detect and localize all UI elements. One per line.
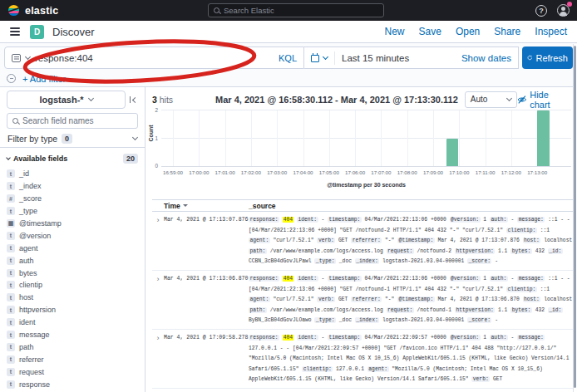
field-item-ident[interactable]: tident [7, 316, 138, 329]
field-item-host[interactable]: thost [7, 292, 138, 304]
source-field-badge: @version: [450, 276, 481, 282]
field-item-referrer[interactable]: treferrer [7, 353, 138, 365]
chevron-down-icon [132, 135, 138, 140]
query-text[interactable]: response:404 [35, 53, 274, 63]
time-range-value[interactable]: Last 15 minutes [342, 53, 409, 63]
gridline [329, 110, 330, 166]
query-input[interactable]: response:404 KQL [4, 47, 304, 69]
share-button[interactable]: Share [494, 26, 520, 37]
date-picker[interactable]: Last 15 minutes Show dates [304, 47, 519, 69]
source-field-badge: @timestamp: [397, 238, 435, 243]
new-button[interactable]: New [385, 26, 405, 37]
field-item-auth[interactable]: tauth [7, 254, 138, 267]
field-type-string-icon: t [7, 207, 15, 215]
field-type-string-icon: t [7, 293, 15, 301]
time-column-header[interactable]: Time [152, 202, 249, 210]
field-name: agent [19, 244, 38, 252]
field-name: message [19, 331, 50, 339]
interval-select[interactable]: Auto [465, 91, 517, 108]
source-field-badge: _id: [548, 248, 563, 254]
field-item-response[interactable]: tresponse [7, 378, 138, 390]
global-search-input[interactable]: Search Elastic [208, 3, 384, 17]
y-axis-tick: 0 [150, 163, 158, 169]
scrollbar-thumb[interactable] [574, 46, 576, 388]
gridline [251, 110, 252, 166]
gridline [407, 110, 408, 166]
histogram-bar[interactable] [537, 110, 550, 166]
table-header: Time _source [152, 200, 577, 212]
field-item-@timestamp[interactable]: ▦@timestamp [7, 218, 138, 230]
chart-plot-area[interactable]: 012 [161, 110, 571, 166]
source-field-badge: _index: [355, 258, 379, 264]
inspect-button[interactable]: Inspect [535, 26, 567, 37]
gridline [161, 110, 571, 110]
gridline [511, 110, 512, 166]
histogram-chart[interactable]: Count 012 @timestamp per 30 seconds 16:5… [152, 109, 577, 197]
field-item-_id[interactable]: t_id [7, 168, 138, 180]
collapse-sidebar-icon[interactable] [130, 96, 138, 104]
source-field-badge: auth: [490, 335, 508, 341]
field-item-_score[interactable]: #_score [7, 193, 138, 205]
index-pattern-select[interactable]: logstash-* [7, 91, 126, 109]
doc-source: response: 404 ident: - timestamp: 04/Mar… [249, 274, 577, 326]
help-icon[interactable]: ? [535, 5, 547, 17]
field-item-@version[interactable]: t@version [7, 229, 138, 242]
chevron-down-icon [6, 155, 11, 160]
source-field-badge: auth: [490, 276, 508, 282]
query-language-button[interactable]: KQL [279, 53, 297, 63]
field-type-string-icon: t [7, 331, 15, 339]
x-axis-tick: 17:13:00 [520, 169, 554, 175]
field-type-string-icon: t [7, 244, 15, 252]
source-field-badge: _id: [548, 307, 563, 313]
field-item-request[interactable]: trequest [7, 365, 138, 378]
source-field-badge: ident: [297, 335, 318, 341]
elastic-logo-icon[interactable] [7, 4, 20, 17]
field-item-httpversion[interactable]: thttpversion [7, 304, 138, 316]
gridline [433, 110, 434, 166]
save-button[interactable]: Save [419, 26, 441, 37]
field-item-path[interactable]: tpath [7, 341, 138, 353]
field-item-clientip[interactable]: tclientip [7, 279, 138, 292]
y-axis-label: Count [148, 117, 154, 150]
available-fields-header[interactable]: Available fields 20 [7, 154, 138, 164]
field-search-input[interactable]: Search field names [7, 113, 138, 129]
source-field-badge: timestamp: [328, 335, 362, 341]
scrollbar-track[interactable] [573, 44, 577, 392]
refresh-icon [527, 53, 532, 62]
expand-doc-icon[interactable]: › [152, 274, 164, 326]
doc-time: Mar 4, 2021 @ 17:09:58.278 [164, 333, 249, 385]
source-field-badge: verb: [471, 376, 490, 382]
field-item-_type[interactable]: t_type [7, 205, 138, 218]
histogram-bar[interactable] [446, 139, 459, 167]
field-list: t_idt_index#_scoret_type▦@timestampt@ver… [7, 168, 138, 392]
source-field-badge: message: [517, 276, 545, 282]
show-dates-button[interactable]: Show dates [461, 53, 511, 63]
field-type-string-icon: t [7, 169, 15, 178]
add-filter-button[interactable]: + Add filter [22, 74, 66, 84]
search-icon [214, 7, 219, 13]
field-item-agent[interactable]: tagent [7, 242, 138, 254]
gridline [381, 110, 382, 166]
field-type-string-icon: t [7, 343, 15, 351]
table-body: ›Mar 4, 2021 @ 17:13:07.876response: 404… [152, 212, 577, 389]
filter-manager-icon[interactable] [7, 74, 16, 83]
field-type-string-icon: t [7, 306, 15, 314]
field-item-_index[interactable]: t_index [7, 180, 138, 193]
page-title: Discover [52, 26, 95, 38]
hide-chart-button[interactable]: Hide chart [517, 90, 570, 110]
expand-doc-icon[interactable]: › [152, 333, 164, 385]
field-name: _score [19, 194, 42, 203]
menu-icon[interactable] [8, 26, 22, 37]
field-item-message[interactable]: tmessage [7, 329, 138, 341]
source-field-badge: auth: [490, 217, 508, 223]
source-field-badge: _index: [355, 317, 379, 323]
refresh-button[interactable]: Refresh [522, 47, 573, 69]
discover-app-icon: D [30, 25, 44, 39]
filter-by-type-toggle[interactable]: Filter by type 0 [0, 130, 145, 148]
saved-query-menu-icon[interactable] [12, 54, 21, 62]
gridline [161, 138, 571, 139]
open-button[interactable]: Open [456, 26, 480, 37]
field-item-bytes[interactable]: tbytes [7, 267, 138, 279]
expand-doc-icon[interactable]: › [152, 215, 164, 267]
documents-table: Time _source ›Mar 4, 2021 @ 17:13:07.876… [152, 199, 577, 389]
